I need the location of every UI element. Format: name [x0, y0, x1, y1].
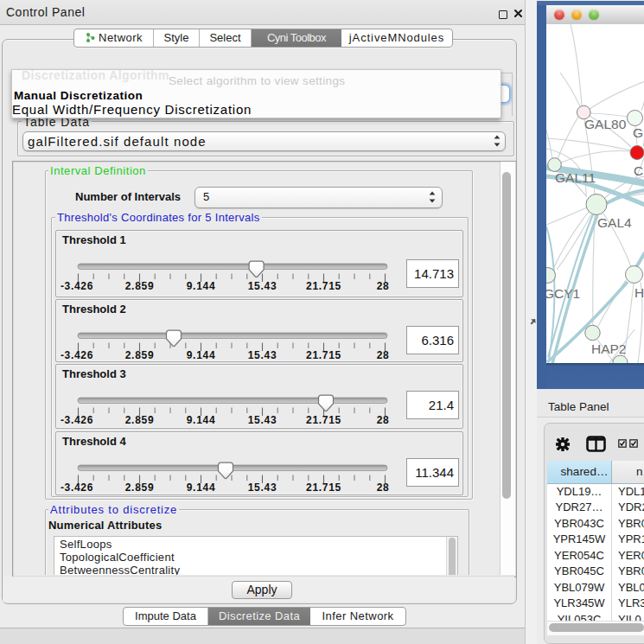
svg-text:GAL11: GAL11 [555, 170, 596, 185]
svg-text:HAP2: HAP2 [591, 341, 627, 356]
svg-text:GCY1: GCY1 [546, 286, 580, 301]
svg-text:H: H [634, 285, 644, 300]
svg-text:GAL4: GAL4 [597, 215, 632, 230]
svg-text:G…: G… [633, 125, 644, 140]
svg-text:GAL80: GAL80 [584, 117, 627, 131]
svg-text:C…: C… [634, 163, 644, 178]
